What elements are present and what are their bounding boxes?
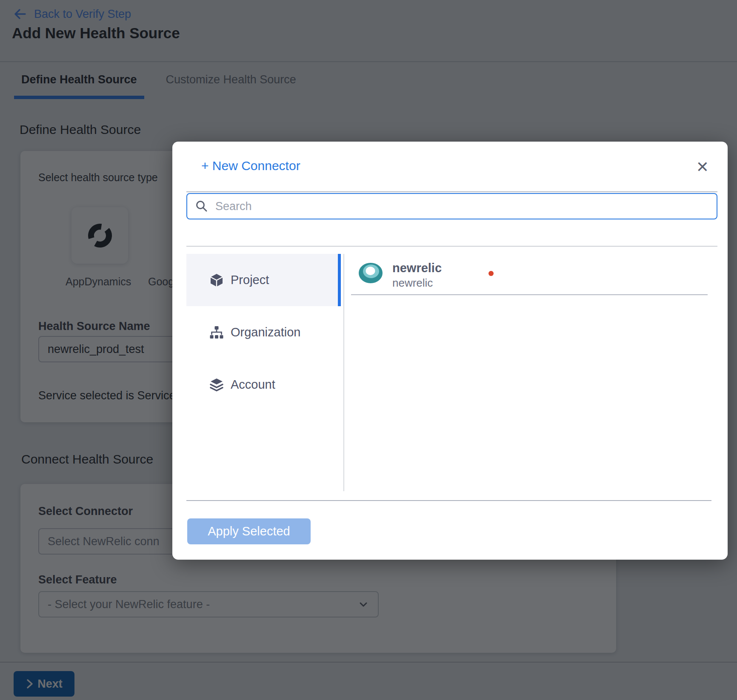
close-icon[interactable]: ✕: [696, 159, 709, 175]
apply-selected-button[interactable]: Apply Selected: [187, 518, 311, 544]
scope-item-project[interactable]: Project: [186, 254, 339, 306]
connector-id: newrelic: [392, 277, 442, 289]
modal-content-divider: [186, 246, 717, 247]
connector-row-divider: [351, 294, 708, 295]
connector-select-modal: + New Connector ✕ Project: [172, 142, 728, 560]
scope-label: Organization: [231, 325, 300, 339]
apply-section-divider: [186, 500, 711, 501]
scope-label: Project: [231, 273, 269, 287]
connector-row-newrelic[interactable]: newrelic newrelic: [358, 262, 494, 289]
search-input[interactable]: [214, 199, 717, 213]
scope-item-account[interactable]: Account: [186, 359, 339, 411]
status-dot-icon: [488, 271, 494, 276]
new-connector-link[interactable]: + New Connector: [201, 159, 300, 173]
search-top-divider: [186, 191, 717, 192]
selected-indicator-bar: [338, 254, 341, 306]
connector-name: newrelic: [392, 262, 442, 275]
search-box: [186, 193, 717, 219]
scope-item-organization[interactable]: Organization: [186, 306, 339, 359]
scope-list: Project Organization Account: [186, 254, 339, 411]
connector-texts: newrelic newrelic: [392, 262, 442, 289]
cube-icon: [209, 273, 224, 287]
newrelic-logo-icon: [358, 262, 383, 284]
org-chart-icon: [209, 325, 224, 340]
search-icon: [195, 199, 209, 213]
sidebar-divider: [343, 254, 344, 491]
scope-label: Account: [231, 378, 275, 392]
layers-icon: [209, 378, 224, 392]
